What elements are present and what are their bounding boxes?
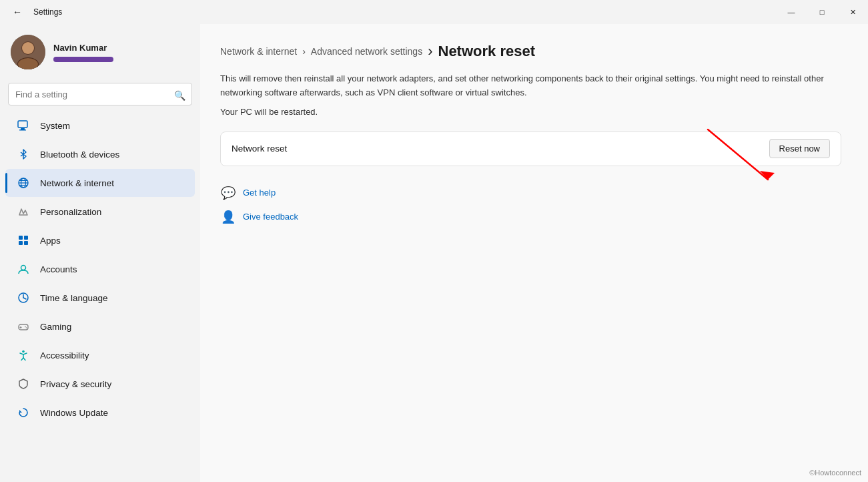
time-icon — [16, 290, 31, 305]
sidebar-item-privacy[interactable]: Privacy & security — [5, 370, 195, 398]
sidebar-item-update[interactable]: Windows Update — [5, 399, 195, 427]
user-info: Navin Kumar — [53, 43, 113, 62]
bluetooth-icon — [16, 147, 31, 162]
svg-rect-16 — [24, 241, 28, 245]
sidebar: Navin Kumar 🔍 SystemBluetooth & devicesN… — [0, 24, 200, 482]
restart-note: Your PC will be restarted. — [220, 107, 841, 117]
description-text: This will remove then reinstall all your… — [220, 72, 841, 100]
nav-list: SystemBluetooth & devicesNetwork & inter… — [0, 111, 200, 427]
search-input[interactable] — [8, 83, 192, 105]
breadcrumb-current: Network reset — [438, 43, 536, 60]
svg-marker-27 — [19, 410, 22, 413]
sidebar-item-accessibility[interactable]: Accessibility — [5, 341, 195, 369]
sidebar-item-label-privacy: Privacy & security — [40, 379, 111, 389]
get-help-icon: 💬 — [220, 185, 236, 201]
reset-now-button[interactable]: Reset now — [769, 139, 830, 158]
svg-rect-15 — [19, 241, 23, 245]
sidebar-item-time[interactable]: Time & language — [5, 284, 195, 312]
minimize-button[interactable]: — — [776, 0, 807, 24]
app-title: Settings — [33, 7, 62, 17]
svg-point-26 — [22, 350, 25, 353]
help-links: 💬 Get help 👤 Give feedback — [220, 185, 841, 225]
breadcrumb-sep-1: › — [302, 46, 306, 57]
window-controls: — □ ✕ — [776, 0, 868, 24]
sidebar-item-label-personalization: Personalization — [40, 207, 101, 217]
sidebar-item-label-apps: Apps — [40, 236, 61, 246]
sidebar-item-label-network: Network & internet — [40, 178, 114, 188]
svg-point-17 — [21, 266, 26, 270]
accessibility-icon — [16, 348, 31, 363]
give-feedback-icon: 👤 — [220, 209, 236, 225]
sidebar-item-apps[interactable]: Apps — [5, 226, 195, 254]
titlebar: ← Settings — □ ✕ — [0, 0, 868, 24]
svg-rect-7 — [19, 130, 26, 131]
user-profile[interactable]: Navin Kumar — [0, 24, 200, 80]
sidebar-item-bluetooth[interactable]: Bluetooth & devices — [5, 140, 195, 168]
user-name: Navin Kumar — [53, 43, 113, 53]
back-button[interactable]: ← — [8, 3, 27, 21]
give-feedback-link[interactable]: Give feedback — [243, 212, 298, 222]
content-area: Network & internet › Advanced network se… — [200, 24, 868, 482]
search-container: 🔍 — [0, 80, 200, 111]
sidebar-item-label-update: Windows Update — [40, 408, 108, 418]
svg-rect-13 — [19, 236, 23, 240]
breadcrumb-network[interactable]: Network & internet — [220, 46, 297, 57]
gaming-icon — [16, 319, 31, 334]
get-help-row: 💬 Get help — [220, 185, 841, 201]
give-feedback-row: 👤 Give feedback — [220, 209, 841, 225]
main-container: Navin Kumar 🔍 SystemBluetooth & devicesN… — [0, 24, 868, 482]
watermark: ©Howtoconnect — [809, 469, 861, 477]
sidebar-item-network[interactable]: Network & internet — [5, 169, 195, 197]
avatar — [11, 35, 45, 69]
breadcrumb-advanced[interactable]: Advanced network settings — [311, 46, 422, 57]
sidebar-item-gaming[interactable]: Gaming — [5, 312, 195, 340]
svg-rect-5 — [18, 121, 27, 128]
sidebar-item-label-bluetooth: Bluetooth & devices — [40, 150, 119, 160]
search-icon: 🔍 — [174, 90, 185, 101]
svg-point-24 — [25, 326, 26, 328]
user-progress-bar — [53, 57, 113, 62]
get-help-link[interactable]: Get help — [243, 188, 276, 198]
sidebar-item-label-gaming: Gaming — [40, 322, 71, 332]
privacy-icon — [16, 377, 31, 391]
close-button[interactable]: ✕ — [837, 0, 868, 24]
sidebar-item-system[interactable]: System — [5, 111, 195, 140]
system-icon — [16, 118, 31, 133]
personalization-icon — [16, 204, 31, 219]
sidebar-item-accounts[interactable]: Accounts — [5, 255, 195, 283]
breadcrumb: Network & internet › Advanced network se… — [220, 43, 841, 60]
svg-rect-6 — [21, 128, 25, 130]
sidebar-item-label-time: Time & language — [40, 293, 108, 303]
network-icon — [16, 176, 31, 190]
sidebar-item-label-accessibility: Accessibility — [40, 350, 89, 360]
titlebar-left: ← Settings — [8, 3, 62, 21]
sidebar-item-label-accounts: Accounts — [40, 264, 77, 274]
network-reset-card: Network reset Reset now — [220, 132, 841, 166]
svg-rect-14 — [24, 236, 28, 240]
accounts-icon — [16, 262, 31, 276]
breadcrumb-sep-2: › — [428, 43, 432, 60]
apps-icon — [16, 233, 31, 248]
reset-card-label: Network reset — [232, 144, 287, 154]
svg-point-25 — [26, 327, 27, 328]
svg-point-3 — [22, 42, 34, 54]
sidebar-item-personalization[interactable]: Personalization — [5, 198, 195, 226]
sidebar-item-label-system: System — [40, 121, 70, 131]
svg-marker-29 — [760, 171, 775, 180]
update-icon — [16, 405, 31, 420]
svg-line-20 — [23, 298, 26, 299]
maximize-button[interactable]: □ — [807, 0, 837, 24]
